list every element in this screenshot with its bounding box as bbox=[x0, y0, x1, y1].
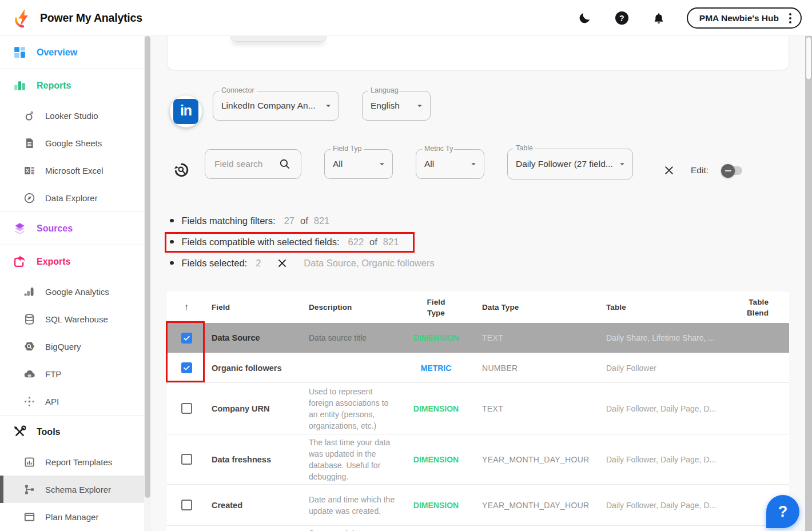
table-row[interactable]: Data freshnessThe last time your data wa… bbox=[167, 434, 789, 484]
stat-of-label: of bbox=[300, 215, 308, 226]
sidebar-item-label: Data Explorer bbox=[45, 193, 98, 203]
checkbox-cell bbox=[167, 323, 206, 353]
sidebar-item-api[interactable]: API bbox=[0, 388, 144, 415]
selected-fields-text: Data Source, Organic followers bbox=[304, 258, 434, 269]
sidebar-item-tools[interactable]: Tools bbox=[0, 416, 144, 448]
search-icon[interactable] bbox=[278, 158, 291, 170]
sidebar-item-label: Overview bbox=[37, 47, 77, 58]
page-scrollbar[interactable] bbox=[805, 36, 812, 531]
bigquery-icon bbox=[23, 341, 35, 353]
compass-icon bbox=[23, 192, 35, 204]
account-menu-button[interactable]: PMA Newbie's Hub bbox=[687, 7, 802, 29]
stat-of-label: of bbox=[369, 237, 377, 247]
table-select[interactable]: Table Daily Follower (27 field... bbox=[507, 149, 633, 179]
sidebar-scrollbar-thumb[interactable] bbox=[145, 36, 150, 498]
table-row[interactable]: Organic followersMETRICNUMBERDaily Follo… bbox=[167, 353, 789, 382]
table-row[interactable]: Company URNUsed to represent foreign ass… bbox=[167, 382, 789, 434]
field-name-cell: Company URN bbox=[206, 383, 303, 434]
stat-label: Fields compatible with selected fields: bbox=[182, 237, 340, 247]
help-icon[interactable]: ? bbox=[615, 11, 628, 25]
linkedin-logo: in bbox=[170, 95, 202, 127]
stat-label: Fields selected: bbox=[182, 258, 248, 269]
stat-value: 622 bbox=[348, 237, 364, 247]
cloud-icon: FTP bbox=[23, 368, 35, 380]
sidebar-item-label: Looker Studio bbox=[45, 111, 98, 121]
sidebar-item-microsoft-excel[interactable]: Microsoft Excel bbox=[0, 157, 144, 184]
layers-icon bbox=[13, 221, 27, 235]
sidebar-item-label: Report Templates bbox=[45, 457, 112, 467]
field-description-cell: Data source title bbox=[303, 323, 403, 353]
clear-table-filter-icon[interactable] bbox=[663, 165, 675, 176]
row-checkbox[interactable] bbox=[181, 333, 192, 344]
language-select-value: English bbox=[371, 101, 400, 111]
sidebar-item-overview[interactable]: Overview bbox=[0, 36, 144, 69]
table-body: Data SourceData source titleDIMENSIONTEX… bbox=[167, 323, 789, 531]
sidebar-item-bigquery[interactable]: BigQuery bbox=[0, 333, 144, 360]
sidebar-item-sql-warehouse[interactable]: SQL Warehouse bbox=[0, 305, 144, 333]
field-search-box[interactable] bbox=[205, 149, 301, 179]
table-row[interactable]: Data SourceData source titleDIMENSIONTEX… bbox=[167, 323, 789, 353]
sidebar-item-label: Exports bbox=[37, 257, 71, 267]
kebab-menu-icon[interactable] bbox=[788, 12, 793, 25]
field-type-cell: DIMENSION bbox=[403, 383, 469, 434]
dark-mode-icon[interactable] bbox=[578, 11, 592, 26]
row-checkbox[interactable] bbox=[181, 403, 192, 414]
table-row[interactable]: Sponsored data bbox=[167, 525, 789, 531]
bullet-dot bbox=[170, 219, 174, 223]
edit-toggle-thumb[interactable] bbox=[721, 164, 735, 178]
data-type-column-header: Data Type bbox=[469, 302, 592, 313]
table-row[interactable]: CreatedDate and time which the update wa… bbox=[167, 484, 789, 525]
sidebar-item-exports[interactable]: Exports bbox=[0, 245, 144, 278]
connector-select-value: LinkedIn Company An... bbox=[221, 101, 316, 111]
sidebar-item-reports[interactable]: Reports bbox=[0, 69, 144, 102]
sidebar-item-sources[interactable]: Sources bbox=[0, 212, 144, 245]
table-blend-cell bbox=[732, 434, 789, 484]
language-select[interactable]: Languag English bbox=[362, 91, 431, 121]
table-blend-column-header: Table Blend bbox=[732, 297, 789, 318]
field-type-cell bbox=[403, 526, 469, 531]
row-checkbox[interactable] bbox=[181, 500, 192, 510]
field-description-cell: Used to represent foreign associations t… bbox=[303, 383, 403, 434]
stat-line-1: Fields matching filters:27of821 bbox=[167, 214, 624, 227]
sidebar-item-data-explorer[interactable]: Data Explorer bbox=[0, 184, 144, 211]
sidebar-item-plan-manager[interactable]: Plan Manager bbox=[0, 503, 144, 530]
brand[interactable]: Power My Analytics bbox=[13, 7, 142, 29]
page-scrollbar-thumb[interactable] bbox=[806, 37, 811, 80]
stat-label: Fields matching filters: bbox=[182, 215, 276, 226]
field-search-input[interactable] bbox=[214, 159, 276, 169]
data-type-cell bbox=[469, 526, 592, 531]
brand-logo-icon bbox=[13, 7, 34, 29]
sidebar-item-label: Tools bbox=[37, 427, 60, 437]
sidebar-item-label: Reports bbox=[37, 81, 71, 91]
table-select-value: Daily Follower (27 field... bbox=[516, 159, 613, 169]
sidebar-item-looker-studio[interactable]: Looker Studio bbox=[0, 102, 144, 129]
sidebar-nav: OverviewReportsLooker StudioGoogle Sheet… bbox=[0, 36, 144, 531]
search-history-icon[interactable] bbox=[173, 162, 190, 178]
account-name: PMA Newbie's Hub bbox=[699, 13, 779, 23]
stat-value: 2 bbox=[256, 258, 261, 269]
sidebar-item-report-templates[interactable]: Report Templates bbox=[0, 448, 144, 476]
row-checkbox[interactable] bbox=[181, 454, 192, 465]
data-type-cell: TEXT bbox=[469, 383, 592, 434]
sidebar-item-ftp[interactable]: FTPFTP bbox=[0, 360, 144, 388]
sidebar-item-schema-explorer[interactable]: Schema Explorer bbox=[0, 476, 144, 503]
row-checkbox[interactable] bbox=[181, 362, 192, 373]
sort-column-header[interactable]: ↑ bbox=[167, 302, 206, 313]
edit-toggle[interactable] bbox=[723, 166, 742, 175]
metric-type-select[interactable]: Metric Ty All bbox=[416, 149, 484, 179]
sidebar-item-google-sheets[interactable]: Google Sheets bbox=[0, 129, 144, 157]
help-fab-button[interactable]: ? bbox=[766, 495, 799, 528]
checkbox-cell bbox=[167, 353, 206, 382]
notifications-icon[interactable] bbox=[651, 11, 666, 26]
clear-selected-icon[interactable] bbox=[277, 258, 288, 269]
field-type-cell: METRIC bbox=[403, 353, 469, 382]
field-type-select[interactable]: Field Typ All bbox=[324, 149, 393, 179]
metric-type-select-label: Metric Ty bbox=[422, 145, 454, 153]
sidebar-scrollbar[interactable] bbox=[144, 36, 151, 531]
table-blend-cell bbox=[732, 323, 789, 353]
table-names-cell: Daily Follower, Daily Page, D... bbox=[592, 383, 732, 434]
field-type-cell: DIMENSION bbox=[403, 323, 469, 353]
sidebar-item-google-analytics[interactable]: Google Analytics bbox=[0, 278, 144, 305]
field-type-cell: DIMENSION bbox=[403, 485, 469, 525]
connector-select[interactable]: Connector LinkedIn Company An... bbox=[213, 91, 339, 121]
